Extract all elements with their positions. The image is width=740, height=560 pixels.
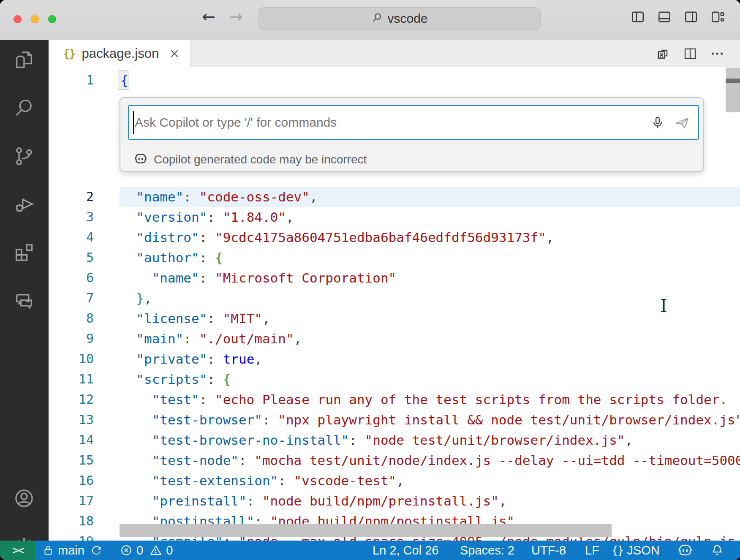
input-caret [133,111,134,134]
code-line-8[interactable]: "license": "MIT", [120,308,270,329]
json-file-icon: {} [63,47,75,60]
cursor-position-status-item[interactable]: Ln 2, Col 26 [373,541,438,560]
encoding-status-item[interactable]: UTF-8 [531,541,566,560]
line-number-19: 19 [49,531,94,541]
line-number-13: 13 [49,410,94,430]
toggle-primary-sidebar-icon[interactable] [630,9,646,24]
line-number-1: 1 [49,70,94,90]
titlebar: ← → vscode [0,0,740,40]
accounts-icon[interactable] [13,487,35,509]
error-icon [120,544,133,557]
vertical-scrollbar[interactable] [726,68,740,112]
json-glyph: {} [612,544,623,557]
code-line-11[interactable]: "scripts": { [120,369,231,389]
line-number-18: 18 [49,511,94,531]
activity-bar [0,40,49,541]
minimize-window-button[interactable] [31,15,39,23]
notifications-bell-icon[interactable] [710,541,724,560]
copilot-placeholder: Ask Copilot or type '/' for commands [135,115,337,130]
lock-icon [42,544,54,556]
code-line-1[interactable]: { [120,70,128,90]
toggle-secondary-sidebar-icon[interactable] [683,9,699,24]
split-editor-icon[interactable] [683,46,698,63]
horizontal-scrollbar[interactable] [120,524,612,537]
code-line-5[interactable]: "author": { [120,247,223,268]
line-number-6: 6 [49,268,94,288]
explorer-icon[interactable] [13,49,35,71]
editor[interactable]: 12345678910111213141516171819 { "name": … [49,67,740,541]
source-control-icon[interactable] [13,145,35,167]
tab-close-icon[interactable] [168,47,181,60]
search-icon [371,12,383,25]
warning-count: 0 [166,544,173,557]
extensions-icon[interactable] [13,242,35,264]
line-number-12: 12 [49,389,94,410]
back-button[interactable]: ← [202,8,215,24]
forward-button[interactable]: → [229,8,243,24]
line-number-14: 14 [49,430,94,450]
zoom-window-button[interactable] [48,15,56,23]
line-number-2: 2 [49,187,94,207]
line-number-15: 15 [49,450,94,470]
toggle-panel-icon[interactable] [656,9,672,24]
screenshot: ← → vscode [0,0,740,560]
customize-layout-icon[interactable] [710,9,726,24]
search-value: vscode [387,11,427,26]
line-number-9: 9 [49,329,94,349]
line-number-11: 11 [49,369,94,389]
vscode-window: ← → vscode [0,0,740,560]
line-number-10: 10 [49,349,94,369]
language-label: JSON [627,544,659,557]
language-status-item[interactable]: {} JSON [612,541,660,560]
eol-status-item[interactable]: LF [585,541,599,560]
error-count: 0 [136,544,143,557]
code-line-17[interactable]: "preinstall": "node build/npm/preinstall… [120,491,507,511]
line-number-3: 3 [49,207,94,227]
line-number-16: 16 [49,470,94,491]
copilot-status-icon [677,543,693,558]
line-number-7: 7 [49,288,94,308]
run-and-debug-icon[interactable] [13,193,35,215]
overview-ruler-cursor-marker [726,79,740,83]
more-actions-icon[interactable] [710,46,725,63]
status-bar: >< main 0 0 [0,541,740,560]
line-number-4: 4 [49,227,94,247]
send-icon[interactable] [674,115,691,130]
code-line-13[interactable]: "test-browser": "npx playwright install … [120,410,740,430]
command-center-search[interactable]: vscode [258,7,541,30]
code-line-6[interactable]: "name": "Microsoft Corporation" [120,268,396,288]
code-line-9[interactable]: "main": "./out/main", [120,329,302,349]
search-view-icon[interactable] [13,97,35,119]
code-line-3[interactable]: "version": "1.84.0", [120,207,294,227]
tab-package-json[interactable]: {} package.json [49,40,190,67]
line-number-17: 17 [49,491,94,511]
code-line-15[interactable]: "test-node": "mocha test/unit/node/index… [120,450,740,470]
line-number-8: 8 [49,308,94,329]
sync-icon [90,544,103,557]
code-line-14[interactable]: "test-browser-no-install": "node test/un… [120,430,633,450]
tab-label: package.json [82,46,159,61]
copilot-inline-chat: Ask Copilot or type '/' for commands [120,97,704,172]
code-line-12[interactable]: "test": "echo Please run any of the test… [120,389,727,410]
close-all-editors-icon[interactable] [656,46,671,63]
microphone-icon[interactable] [650,115,665,130]
code-line-2[interactable]: "name": "code-oss-dev", [120,187,318,207]
remote-indicator[interactable]: >< [0,541,35,560]
copilot-input[interactable]: Ask Copilot or type '/' for commands [128,105,699,140]
code-line-7[interactable]: }, [120,288,152,308]
indentation-status-item[interactable]: Spaces: 2 [460,541,514,560]
text-cursor: I [660,297,667,315]
copilot-logo-icon [134,152,147,167]
code-line-4[interactable]: "distro": "9cdc4175a8604751edba6baf46edf… [120,227,554,247]
warning-icon [150,544,162,557]
code-line-16[interactable]: "test-extension": "vscode-test", [120,470,404,491]
chat-icon[interactable] [13,290,35,312]
line-number-5: 5 [49,247,94,268]
problems-status-item[interactable]: 0 0 [120,541,173,560]
branch-status-item[interactable]: main [42,541,103,560]
close-window-button[interactable] [14,15,22,23]
code-line-10[interactable]: "private": true, [120,349,262,369]
branch-name: main [58,544,84,557]
remote-icon: >< [12,544,23,557]
copilot-status-item[interactable] [677,541,693,560]
